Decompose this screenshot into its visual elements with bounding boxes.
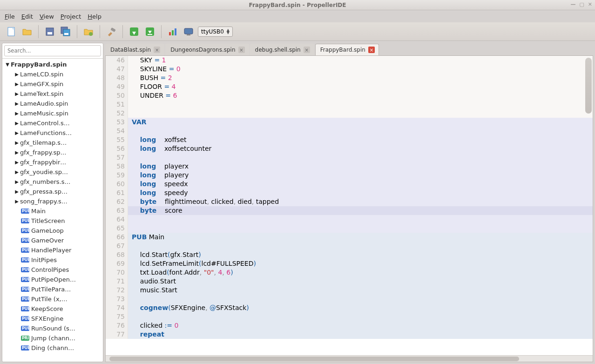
code-line[interactable]: 62 byte flighttimeout, clicked, died, ta… bbox=[106, 197, 593, 206]
tree-method[interactable]: PUBRunSound (s… bbox=[4, 324, 103, 333]
code-line[interactable]: 67 bbox=[106, 242, 593, 250]
code-line[interactable]: 70 txt.Load(font.Addr, "0", 4, 6) bbox=[106, 268, 593, 277]
editor-tab[interactable]: debug.shell.spin× bbox=[250, 44, 314, 55]
open-file-button[interactable] bbox=[20, 25, 34, 38]
code-line[interactable]: 75 bbox=[106, 312, 593, 321]
overview-ruler[interactable] bbox=[585, 58, 592, 114]
code-line[interactable]: 60 long speedx bbox=[106, 180, 593, 189]
tree-object[interactable]: ▶LameMusic.spin bbox=[4, 108, 103, 118]
code-line[interactable]: 55 long xoffset bbox=[106, 135, 593, 144]
code-line[interactable]: 49 FLOOR = 4 bbox=[106, 82, 593, 91]
code-line[interactable]: 51 bbox=[106, 100, 593, 109]
tree-object[interactable]: ▶gfx_pressa.sp… bbox=[4, 187, 103, 196]
code-line[interactable]: 58 long playerx bbox=[106, 162, 593, 171]
tab-close-icon[interactable]: × bbox=[304, 47, 310, 53]
tree-method[interactable]: PUBGameOver bbox=[4, 236, 103, 245]
code-line[interactable]: 57 bbox=[106, 153, 593, 162]
line-source bbox=[128, 100, 593, 109]
tree-method[interactable]: PUBGameLoop bbox=[4, 226, 103, 236]
tree-object[interactable]: ▶gfx_youdie.sp… bbox=[4, 167, 103, 177]
terminal-button[interactable] bbox=[182, 25, 195, 38]
code-line[interactable]: 53VAR bbox=[106, 118, 593, 127]
line-source bbox=[128, 109, 593, 118]
editor-tab[interactable]: DungeonsDagrons.spin× bbox=[165, 44, 249, 55]
code-line[interactable]: 76 clicked := 0 bbox=[106, 321, 593, 330]
tree-method[interactable]: PUBMain bbox=[4, 206, 103, 216]
tree-method[interactable]: PRIJump (chann… bbox=[4, 333, 103, 343]
save-button[interactable] bbox=[43, 25, 56, 38]
open-project-button[interactable] bbox=[82, 25, 95, 38]
code-line[interactable]: 63 byte score bbox=[106, 206, 593, 215]
tree-method[interactable]: PUBPutTile (x,… bbox=[4, 294, 103, 304]
code-line[interactable]: 74 cognew(SFXEngine, @SFXStack) bbox=[106, 303, 593, 312]
menu-view[interactable]: View bbox=[40, 13, 54, 20]
code-editor[interactable]: 46 SKY = 147 SKYLINE = 048 BUSH = 249 FL… bbox=[105, 56, 593, 362]
code-line[interactable]: 65 bbox=[106, 224, 593, 233]
line-source bbox=[128, 224, 593, 233]
code-line[interactable]: 50 UNDER = 6 bbox=[106, 91, 593, 100]
code-line[interactable]: 52 bbox=[106, 109, 593, 118]
code-line[interactable]: 71 audio.Start bbox=[106, 277, 593, 286]
menu-bar: File Edit View Project Help bbox=[0, 10, 595, 22]
tree-method[interactable]: PUBTitleScreen bbox=[4, 216, 103, 226]
build-button[interactable] bbox=[105, 25, 118, 38]
tree-object[interactable]: ▶gfx_tilemap.s… bbox=[4, 138, 103, 148]
tree-method[interactable]: PUBPutTilePara… bbox=[4, 284, 103, 294]
code-line[interactable]: 59 long playery bbox=[106, 171, 593, 180]
line-source: long xoffsetcounter bbox=[128, 144, 593, 153]
line-number: 48 bbox=[106, 74, 128, 82]
code-line[interactable]: 61 long speedy bbox=[106, 189, 593, 197]
code-line[interactable]: 56 long xoffsetcounter bbox=[106, 144, 593, 153]
tree-method[interactable]: PUBPutPipeOpen… bbox=[4, 275, 103, 284]
tab-close-icon[interactable]: × bbox=[238, 47, 245, 53]
tree-object[interactable]: ▶song_frappy.s… bbox=[4, 196, 103, 206]
load-eeprom-button[interactable] bbox=[143, 25, 156, 38]
tree-root[interactable]: ▼FrappyBard.spin bbox=[4, 60, 103, 69]
minimize-icon[interactable]: — bbox=[570, 1, 575, 7]
tree-object[interactable]: ▶LameLCD.spin bbox=[4, 69, 103, 79]
code-line[interactable]: 64 bbox=[106, 215, 593, 224]
tree-method[interactable]: PUBInitPipes bbox=[4, 255, 103, 265]
tree-object[interactable]: ▶LameText.spin bbox=[4, 89, 103, 99]
menu-project[interactable]: Project bbox=[61, 13, 81, 20]
editor-tab[interactable]: DataBlast.spin× bbox=[105, 44, 164, 55]
code-line[interactable]: 69 lcd.SetFrameLimit(lcd#FULLSPEED) bbox=[106, 259, 593, 268]
project-tree[interactable]: ▼FrappyBard.spin▶LameLCD.spin▶LameGFX.sp… bbox=[2, 59, 103, 362]
editor-tab[interactable]: FrappyBard.spin× bbox=[315, 44, 379, 55]
menu-edit[interactable]: Edit bbox=[21, 13, 33, 20]
tab-close-icon[interactable]: × bbox=[368, 47, 375, 53]
code-line[interactable]: 68 lcd.Start(gfx.Start) bbox=[106, 250, 593, 259]
code-line[interactable]: 47 SKYLINE = 0 bbox=[106, 65, 593, 74]
tree-method[interactable]: PUBControlPipes bbox=[4, 265, 103, 275]
tree-object[interactable]: ▶LameFunctions… bbox=[4, 128, 103, 138]
close-icon[interactable]: ✕ bbox=[588, 1, 592, 7]
tree-method[interactable]: PUBHandlePlayer bbox=[4, 245, 103, 255]
tree-object[interactable]: ▶gfx_numbers.s… bbox=[4, 177, 103, 187]
menu-help[interactable]: Help bbox=[88, 13, 101, 20]
code-line[interactable]: 48 BUSH = 2 bbox=[106, 74, 593, 82]
maximize-icon[interactable]: ▢ bbox=[579, 1, 584, 7]
tree-object[interactable]: ▶gfx_frappybir… bbox=[4, 157, 103, 167]
new-file-button[interactable] bbox=[5, 25, 18, 38]
tree-object[interactable]: ▶gfx_frappy.sp… bbox=[4, 148, 103, 157]
tree-method[interactable]: PUBDing (chann… bbox=[4, 343, 103, 353]
load-ram-button[interactable] bbox=[128, 25, 141, 38]
code-line[interactable]: 46 SKY = 1 bbox=[106, 56, 593, 65]
code-line[interactable]: 77 repeat bbox=[106, 330, 593, 339]
search-input[interactable] bbox=[4, 45, 101, 56]
code-line[interactable]: 73 bbox=[106, 295, 593, 303]
code-line[interactable]: 72 music.Start bbox=[106, 286, 593, 295]
code-line[interactable]: 54 bbox=[106, 127, 593, 135]
code-line[interactable]: 66PUB Main bbox=[106, 233, 593, 242]
tree-object[interactable]: ▶LameControl.s… bbox=[4, 118, 103, 128]
save-all-button[interactable] bbox=[59, 25, 72, 38]
memory-chart-button[interactable] bbox=[166, 25, 179, 38]
tree-object[interactable]: ▶LameAudio.spin bbox=[4, 99, 103, 108]
tree-method[interactable]: PUBKeepScore bbox=[4, 304, 103, 314]
tree-method[interactable]: PUBSFXEngine bbox=[4, 314, 103, 324]
tree-object[interactable]: ▶LameGFX.spin bbox=[4, 79, 103, 89]
horizontal-scrollbar[interactable] bbox=[106, 355, 593, 362]
port-select[interactable]: ttyUSB0 ▲▼ bbox=[198, 27, 233, 37]
tab-close-icon[interactable]: × bbox=[154, 47, 160, 53]
menu-file[interactable]: File bbox=[5, 13, 15, 20]
